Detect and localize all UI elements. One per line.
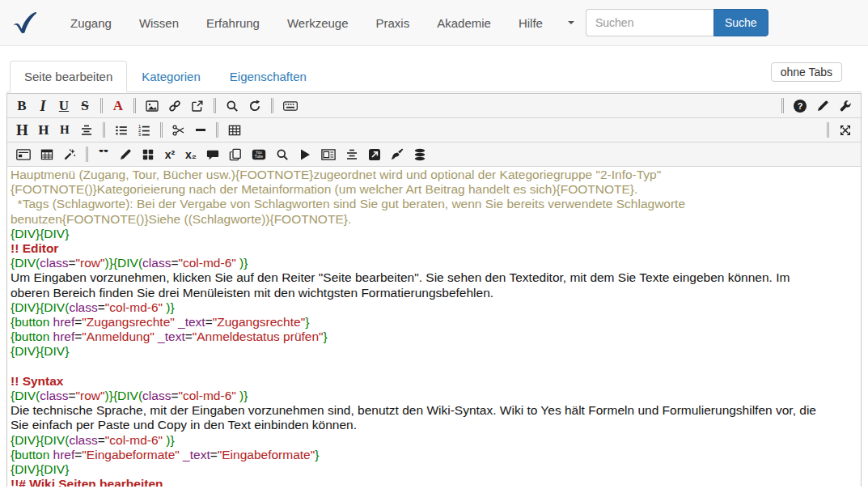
editor-line[interactable]: Sie einfach per Paste und Copy in den Te… [11, 418, 857, 432]
search-icon[interactable] [222, 96, 242, 117]
editor-token: href [53, 448, 75, 461]
comment-icon[interactable] [203, 144, 222, 165]
editor-line[interactable]: {button href="Eingabeformate" _text="Ein… [11, 448, 857, 462]
align-center2-icon[interactable] [342, 144, 362, 165]
editor-line[interactable]: Die technische Sprache, mit der Eingaben… [11, 403, 857, 418]
superscript-icon[interactable]: x² [161, 144, 179, 165]
editor-line[interactable]: !! Syntax [11, 374, 857, 389]
blocks-icon[interactable] [138, 144, 158, 165]
h3-icon[interactable]: H [56, 120, 74, 141]
help-icon[interactable]: ? [790, 96, 810, 117]
editor-token: "Eingabeformate" [82, 448, 179, 461]
keyboard-icon[interactable] [280, 96, 301, 117]
fullscreen-icon[interactable] [836, 120, 855, 141]
play-icon[interactable] [295, 144, 315, 165]
image-icon[interactable] [142, 96, 162, 117]
nav-item-wissen[interactable]: Wissen [125, 11, 193, 35]
cut-icon[interactable] [169, 120, 188, 141]
editor-token: )} [105, 389, 113, 402]
editor-token: class [69, 300, 97, 314]
editor-token: _text [180, 448, 210, 461]
brush-icon[interactable] [387, 144, 407, 165]
editor-line[interactable]: !!# Wiki Seiten bearbeiten [11, 477, 857, 487]
external-link-filled-icon[interactable] [365, 144, 384, 165]
toolbar-separator [271, 98, 273, 113]
editor-token: class [142, 256, 171, 270]
nav-item-zugang[interactable]: Zugang [57, 11, 125, 35]
editor-token: benutzen{FOOTNOTE()}Siehe ((Schlagworte)… [11, 212, 351, 226]
nav-item-erfahrung[interactable]: Erfahrung [193, 11, 273, 35]
editor-token: "Zugangsrechte" [82, 315, 174, 329]
nav-item-praxis[interactable]: Praxis [362, 11, 424, 35]
editor-token: = [205, 315, 213, 329]
editor-content[interactable]: Hauptmenü (Zugang, Tour, Bücher usw.){FO… [7, 167, 861, 487]
editor-line[interactable]: *Tags (Schlagworte): Bei der Vergabe von… [11, 197, 857, 211]
pencil2-icon[interactable] [116, 144, 135, 165]
italic-icon[interactable]: I [34, 96, 52, 117]
search-button[interactable]: Suche [713, 9, 768, 36]
editor-line[interactable] [11, 359, 857, 374]
strikethrough-icon[interactable]: S [76, 96, 94, 117]
panel-icon[interactable] [13, 144, 34, 165]
table-icon[interactable] [225, 120, 244, 141]
editor-token: class [40, 389, 68, 402]
logo-checkmark-icon[interactable] [11, 11, 39, 35]
toolbar-separator [133, 98, 136, 113]
redo-icon[interactable] [245, 96, 265, 117]
youtube-icon[interactable]: YouTube [248, 144, 269, 165]
horizontal-rule-icon[interactable] [192, 120, 210, 141]
bold-icon[interactable]: B [13, 96, 31, 117]
tab-eigenschaften[interactable]: Eigenschaften [215, 61, 321, 92]
underline-icon[interactable]: U [55, 96, 73, 117]
editor-token: = [185, 330, 193, 343]
editor-line[interactable]: {DIV}{DIV} [11, 344, 857, 359]
external-link-icon[interactable] [188, 96, 207, 117]
editor-line[interactable]: {DIV}{DIV(class="col-md-6" )} [11, 433, 857, 448]
search2-icon[interactable] [273, 144, 292, 165]
editor-line[interactable]: Hauptmenü (Zugang, Tour, Bücher usw.){FO… [11, 168, 857, 182]
wrench-icon[interactable] [836, 96, 855, 117]
database-icon[interactable] [410, 144, 430, 165]
editor-line[interactable]: {DIV(class="row")}{DIV(class="col-md-6" … [11, 389, 857, 403]
editor-line[interactable]: !! Editor [11, 241, 857, 256]
editor-line[interactable]: Um Eingaben vorzunehmen, klicken Sie auf… [11, 270, 857, 285]
article-icon[interactable] [318, 144, 339, 165]
ordered-list-icon[interactable]: 123 [134, 120, 154, 141]
editor-line[interactable]: {button href="Zugangsrechte" _text="Zuga… [11, 315, 857, 330]
wand-icon[interactable] [60, 144, 79, 165]
editor-line[interactable]: {DIV}{DIV} [11, 462, 857, 477]
editor-line[interactable]: oberen Bereich finden Sie drei Menüleist… [11, 286, 857, 300]
editor-line[interactable]: {DIV}{DIV} [11, 227, 857, 241]
editor-token: {button [11, 448, 53, 461]
editor-line[interactable]: {DIV(class="row")}{DIV(class="col-md-6" … [11, 256, 857, 270]
editor-token: "Anmeldestatus prüfen" [193, 330, 324, 343]
text-color-icon[interactable]: A [109, 96, 127, 117]
editor-line[interactable]: benutzen{FOOTNOTE()}Siehe ((Schlagworte)… [11, 212, 857, 227]
nav-more-dropdown[interactable] [557, 16, 586, 29]
no-tabs-button[interactable]: ohne Tabs [771, 62, 842, 82]
quote-icon[interactable]: “ [95, 144, 112, 165]
toolbar-row-3: “x²x₂YouTube [7, 142, 861, 167]
nav-item-werkzeuge[interactable]: Werkzeuge [273, 11, 362, 35]
h2-icon[interactable]: H [35, 120, 53, 141]
editor-line[interactable]: {button href="Anmeldung" _text="Anmeldes… [11, 330, 857, 344]
tab-seite-bearbeiten[interactable]: Seite bearbeiten [10, 61, 127, 92]
nav-item-hilfe[interactable]: Hilfe [505, 11, 557, 35]
editor-token: "Zugangsrechte" [213, 315, 305, 329]
toolbar-separator [103, 122, 105, 138]
search-input[interactable] [586, 9, 713, 36]
h1-icon[interactable]: H [13, 120, 32, 141]
editor-token: oberen Bereich finden Sie drei Menüleist… [11, 286, 493, 300]
tab-kategorien[interactable]: Kategorien [127, 61, 215, 92]
unordered-list-icon[interactable] [112, 120, 131, 141]
subscript-icon[interactable]: x₂ [182, 144, 200, 165]
pencil-icon[interactable] [813, 96, 832, 117]
editor-line[interactable]: {DIV}{DIV(class="col-md-6" )} [11, 300, 857, 315]
editor-line[interactable]: {FOOTNOTE()}Kategorieierung nach der Met… [11, 182, 857, 197]
table-grid-icon[interactable] [37, 144, 57, 165]
editor-token: "col-md-6" [178, 256, 235, 270]
align-center-icon[interactable] [77, 120, 96, 141]
link-icon[interactable] [165, 96, 184, 117]
nav-item-akademie[interactable]: Akademie [423, 11, 505, 35]
copy-icon[interactable] [226, 144, 245, 165]
